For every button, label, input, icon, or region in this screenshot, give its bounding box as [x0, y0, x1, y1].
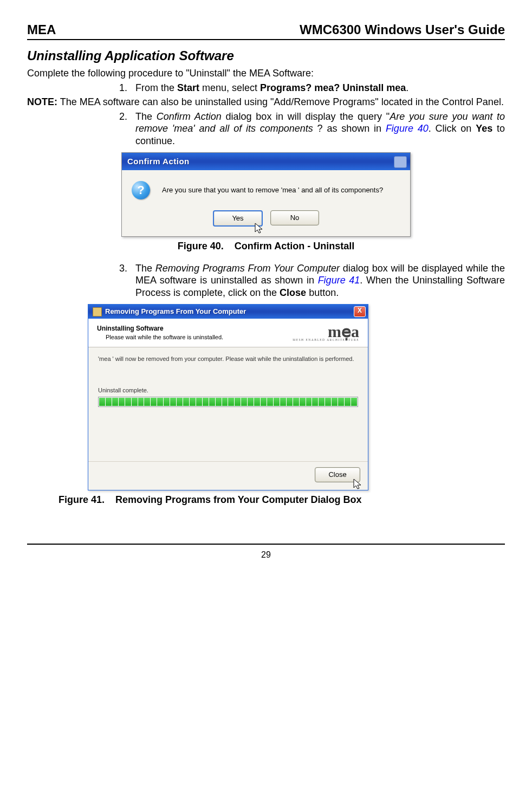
intro-text: Complete the following procedure to "Uni… [27, 67, 505, 80]
question-icon: ? [132, 181, 150, 199]
svg-marker-1 [354, 479, 361, 489]
step-2: 2. The Confirm Action dialog box in will… [119, 111, 505, 147]
installer-icon [93, 307, 102, 316]
text: . Click on [429, 123, 476, 134]
figure-text: Confirm Action - Uninstall [235, 241, 354, 251]
figure-label: Figure 40. [178, 241, 224, 251]
title-text: Removing Programs From Your Computer [105, 307, 246, 316]
title-text: Confirm Action [127, 157, 190, 167]
figure-40-caption: Figure 40. Confirm Action - Uninstall [27, 240, 505, 253]
yes-word: Yes [476, 123, 492, 134]
step-body: The Removing Programs From Your Computer… [135, 262, 505, 299]
title-bar: Confirm Action [122, 153, 410, 170]
text: . [406, 82, 408, 93]
button-row: Yes No [122, 210, 410, 236]
page-header: MEA WMC6300 Windows User's Guide [27, 22, 505, 40]
figure-label: Figure 41. [59, 494, 105, 505]
figure-41-caption: Figure 41. Removing Programs from Your C… [59, 494, 505, 506]
step-body: From the Start menu, select Programs? me… [135, 82, 505, 94]
header-text-block: Uninstalling Software Please wait while … [97, 325, 223, 341]
text: button. [306, 287, 339, 298]
step-number: 2. [119, 111, 135, 147]
close-icon[interactable]: X [354, 306, 366, 317]
title-bar: Removing Programs From Your Computer X [88, 305, 368, 319]
cursor-icon [254, 222, 264, 235]
page-number: 29 [27, 550, 505, 560]
figure-link-41[interactable]: Figure 41 [318, 275, 360, 286]
note-text: The MEA software can also be uninstalled… [57, 96, 504, 107]
note-paragraph: NOTE: The MEA software can also be unins… [27, 96, 505, 108]
text: From the [135, 82, 177, 93]
removing-programs-dialog: Removing Programs From Your Computer X U… [88, 304, 368, 490]
progress-bar [98, 397, 358, 407]
dialog-name: Confirm Action [157, 111, 222, 122]
figure-link-40[interactable]: Figure 40 [386, 123, 429, 134]
close-icon[interactable] [394, 156, 407, 168]
header-right: WMC6300 Windows User's Guide [300, 22, 505, 38]
step-1: 1. From the Start menu, select Programs?… [119, 82, 505, 94]
step-body: The Confirm Action dialog box in will di… [135, 111, 505, 147]
text: menu, select [199, 82, 260, 93]
mea-logo: mẹa MESH ENABLED ARCHITECTURE [293, 324, 359, 341]
text: The [135, 111, 157, 122]
no-button[interactable]: No [270, 210, 319, 225]
svg-marker-0 [255, 223, 262, 233]
step-3: 3. The Removing Programs From Your Compu… [119, 262, 505, 299]
step-number: 3. [119, 262, 135, 299]
body-message: 'mea ' will now be removed from your com… [98, 355, 358, 363]
header-left: MEA [27, 22, 56, 38]
close-word: Close [280, 287, 306, 298]
logo-subtext: MESH ENABLED ARCHITECTURE [293, 339, 359, 341]
step-number: 1. [119, 82, 135, 94]
section-heading: Uninstalling Application Software [27, 48, 505, 64]
menu-start: Start [177, 82, 199, 93]
menu-programs: Programs [260, 82, 306, 93]
figure-text: Removing Programs from Your Computer Dia… [115, 494, 361, 505]
menu-mea: mea [314, 82, 334, 93]
header-title: Uninstalling Software [97, 325, 223, 333]
dialog-body: ? Are you sure that you want to remove '… [122, 170, 410, 210]
cursor-icon [353, 478, 362, 491]
text: ? as shown in [313, 123, 386, 134]
text: dialog box in will display the query " [222, 111, 390, 122]
text: The [135, 263, 155, 274]
confirm-action-dialog: Confirm Action ? Are you sure that you w… [121, 152, 411, 237]
separator: ? [334, 82, 342, 93]
white-header: Uninstalling Software Please wait while … [88, 319, 368, 347]
button-row: Close [88, 461, 368, 490]
status-text: Uninstall complete. [98, 387, 358, 395]
note-label: NOTE: [27, 96, 57, 107]
dialog-name: Removing Programs From Your Computer [155, 263, 340, 274]
dialog-message: Are you sure that you want to remove 'me… [162, 186, 383, 195]
menu-uninstall: Uninstall mea [342, 82, 406, 93]
separator: ? [306, 82, 314, 93]
footer-rule [27, 544, 505, 545]
header-sub: Please wait while the software is uninst… [97, 333, 223, 341]
dialog-body: 'mea ' will now be removed from your com… [88, 347, 368, 412]
logo-text: mẹa [293, 324, 359, 339]
